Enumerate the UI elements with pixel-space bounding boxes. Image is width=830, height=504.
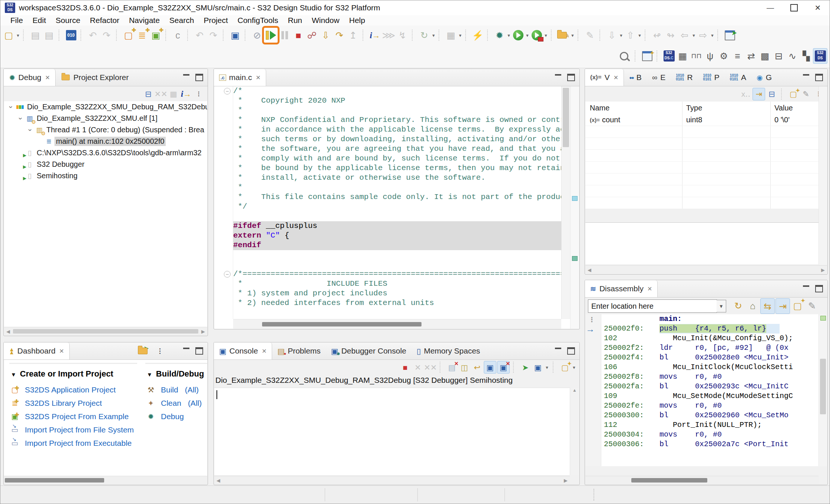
- disassembly-source-line[interactable]: 106 Mcu_InitClock(McuClockSetti: [601, 362, 819, 372]
- disassembly-source-line[interactable]: 102 Mcu_Init(&Mcu_Config_VS_0);: [601, 334, 819, 343]
- save-button[interactable]: ▤: [29, 28, 42, 43]
- load-memory-dropdown-arrow[interactable]: ▾: [637, 33, 642, 38]
- fold-collapse-icon[interactable]: –: [224, 271, 231, 278]
- console-tab-memory-spaces[interactable]: ▯Memory Spaces: [411, 342, 485, 359]
- code-line[interactable]: * in accordance with the applicable lice…: [233, 125, 561, 135]
- variables-detail-pane[interactable]: [585, 222, 819, 264]
- debug-tree-item[interactable]: ›▥⚙Dio_Example_S32Z2XX_SMU.elf [1]: [4, 113, 207, 124]
- section-collapse-icon[interactable]: ▼: [147, 371, 152, 378]
- minimize-view-icon[interactable]: [555, 348, 561, 351]
- menu-window[interactable]: Window: [307, 16, 344, 25]
- show-source-button[interactable]: ⇥: [776, 298, 790, 314]
- disassembly-instruction-line[interactable]: 250002f2:ldr r0, [pc, #92] @ (0x: [601, 343, 819, 353]
- s32ds-perspective-button[interactable]: S32DS: [813, 48, 827, 64]
- ddr-tool-button[interactable]: ≡: [731, 49, 744, 63]
- flash-from-file-dropdown-arrow[interactable]: ▾: [458, 33, 463, 38]
- import-example-button[interactable]: ➤: [136, 344, 150, 358]
- menu-refactor[interactable]: Refactor: [85, 16, 124, 25]
- open-element-dropdown-arrow[interactable]: ▾: [570, 33, 575, 38]
- binary-objects-button[interactable]: 010: [64, 28, 78, 43]
- refresh-view-button[interactable]: ↻: [731, 298, 745, 313]
- dashboard-link-debug[interactable]: ✹Debug: [145, 410, 207, 423]
- menu-file[interactable]: File: [6, 16, 28, 25]
- clear-console-button[interactable]: ▤✕: [446, 361, 458, 373]
- view-menu-button[interactable]: ⁝: [153, 344, 167, 358]
- code-line[interactable]: extern "C" {: [233, 231, 561, 241]
- maximize-view-icon[interactable]: [815, 285, 823, 292]
- close-icon[interactable]: ✕: [614, 74, 618, 81]
- code-line[interactable]: * comply with and are bound by, such lic…: [233, 154, 561, 163]
- word-wrap-button[interactable]: ↩: [471, 361, 483, 373]
- console-tab-debugger-console[interactable]: ▣✹Debugger Console: [326, 342, 411, 359]
- disconnect-button[interactable]: ☍: [305, 28, 319, 43]
- remove-all-terminated-button[interactable]: ✕✕: [155, 88, 167, 100]
- external-tools-dropdown-arrow[interactable]: ▾: [543, 33, 548, 38]
- pin-view-button[interactable]: ✎: [805, 298, 819, 313]
- dashboard-link-build[interactable]: ⚒Build(All): [145, 383, 207, 397]
- forward-history-button[interactable]: ⇨: [696, 28, 710, 43]
- peripherals-tool-button[interactable]: ⇄: [744, 49, 758, 63]
- disassembly-instruction-line[interactable]: 250002f0:push {r4, r5, r6, lr}: [601, 324, 819, 334]
- view-menu-button[interactable]: ⁝: [193, 88, 205, 100]
- disassembly-instruction-line[interactable]: 250002f8:movs r0, #0: [601, 372, 819, 382]
- step-into-button[interactable]: ⇩: [319, 28, 333, 43]
- code-line[interactable]: * install, activate or otherwise use the…: [233, 173, 561, 183]
- column-header-name[interactable]: Name: [585, 102, 682, 114]
- variables-tab-r[interactable]: 10100101R: [671, 69, 698, 86]
- last-edit-forward-button[interactable]: ↬: [664, 28, 678, 43]
- open-console-dropdown-arrow[interactable]: ▾: [572, 365, 576, 370]
- open-element-button[interactable]: ✎: [556, 28, 570, 43]
- instruction-stepping-mode-button[interactable]: i→: [180, 88, 192, 100]
- minimize-view-icon[interactable]: [183, 74, 189, 78]
- minimize-view-icon[interactable]: [555, 74, 561, 78]
- collapse-all-button[interactable]: ⊟: [142, 88, 154, 100]
- minimize-button[interactable]: —: [758, 0, 782, 15]
- debug-tree-item[interactable]: ≡main() at main.c:102 0x250002f0: [4, 136, 207, 147]
- close-icon[interactable]: ✕: [256, 74, 261, 81]
- variable-row[interactable]: (x)=countuint80 '\0': [585, 114, 819, 126]
- config-tools-perspective-button[interactable]: S32DS.C: [662, 49, 676, 63]
- new-view-button[interactable]: ▢✦: [791, 298, 804, 313]
- disassembly-source-line[interactable]: 109 Mcu_SetMode(McuModeSettingC: [601, 391, 819, 401]
- show-stderr-button[interactable]: ▣✕: [497, 361, 510, 374]
- maximize-view-icon[interactable]: [195, 74, 203, 81]
- code-line[interactable]: */: [233, 202, 561, 212]
- new-library-button[interactable]: ≣✚: [135, 28, 149, 43]
- timers-tool-button[interactable]: ⚙: [717, 49, 731, 63]
- minimize-view-icon[interactable]: [803, 74, 809, 78]
- debug-tree-item[interactable]: ▯▶Semihosting: [4, 170, 207, 182]
- minimize-view-icon[interactable]: [803, 285, 809, 289]
- code-line[interactable]: * be bound by the applicable license ter…: [233, 163, 561, 173]
- dashboard-link-s32ds-project-from-example[interactable]: ▣✚S32DS Project From Example: [9, 410, 137, 423]
- step-over-button[interactable]: ↷: [333, 28, 346, 43]
- menu-search[interactable]: Search: [165, 16, 199, 25]
- tree-expander-icon[interactable]: ›: [26, 127, 34, 133]
- remove-launch-button[interactable]: ✕: [412, 361, 424, 373]
- undo-edit-button[interactable]: ↶: [193, 28, 206, 43]
- variables-tab-b[interactable]: ●●B: [624, 69, 647, 86]
- column-header-value[interactable]: Value: [771, 102, 819, 114]
- redo-button[interactable]: ↷: [100, 28, 113, 43]
- step-filters-button[interactable]: ⋙: [382, 28, 396, 43]
- disassembly-source-line[interactable]: 112 Port_Init(NULL_PTR);: [601, 420, 819, 430]
- location-input[interactable]: [588, 299, 717, 313]
- load-memory-button[interactable]: ⇧: [624, 28, 637, 43]
- pins-tool-button[interactable]: ▦: [676, 49, 690, 63]
- scroll-lock-button[interactable]: ◫: [459, 361, 470, 373]
- display-selected-console-button[interactable]: ▣: [532, 361, 544, 373]
- debug-button[interactable]: ✹: [493, 28, 506, 43]
- variables-tab-e[interactable]: ∞E: [647, 69, 671, 86]
- disassembly-instruction-line[interactable]: 25000304:movs r0, #0: [601, 430, 819, 440]
- code-line[interactable]: * the software, you are agreeing that yo…: [233, 144, 561, 154]
- code-line[interactable]: /*: [233, 86, 561, 96]
- last-edit-back-button[interactable]: ↫: [650, 28, 664, 43]
- debug-tab-project-explorer[interactable]: Project Explorer: [56, 69, 134, 86]
- new-wizard-button[interactable]: ▢: [2, 28, 16, 43]
- disassembly-label-line[interactable]: main:: [601, 314, 819, 324]
- debug-tree-item[interactable]: ›▥⚙Thread #1 1 (Core: 0 debug) (Suspende…: [4, 124, 207, 136]
- debug-dropdown-arrow[interactable]: ▾: [506, 33, 511, 38]
- link-suffix[interactable]: (All): [185, 385, 199, 394]
- back-history-button[interactable]: ⇦: [678, 28, 691, 43]
- chevron-down-icon[interactable]: ▼: [717, 300, 726, 312]
- code-line[interactable]: * This file contains sample code only. I…: [233, 192, 561, 202]
